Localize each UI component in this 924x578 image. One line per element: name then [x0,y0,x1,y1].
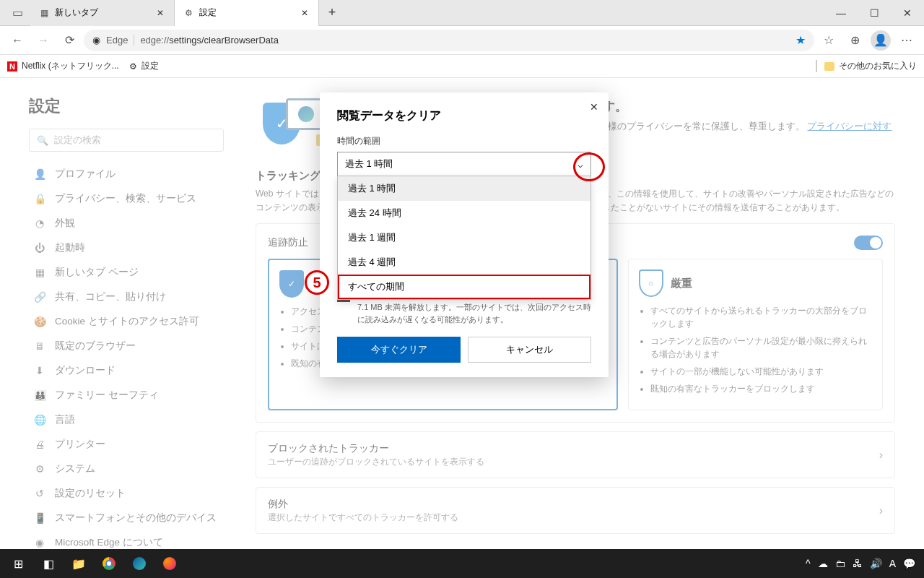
time-range-select[interactable]: 過去 1 時間 ⌵ 過去 1 時間過去 24 時間過去 1 週間過去 4 週間す… [337,152,591,176]
ime-indicator[interactable]: A [889,558,896,569]
volume-icon[interactable]: 🔊 [870,558,882,569]
favorites-button[interactable]: ☆ [817,29,840,52]
exceptions-row[interactable]: 例外 選択したサイトですべてのトラッカーを許可する › [256,487,895,534]
profile-button[interactable]: 👤 [869,29,892,52]
explorer-button[interactable]: 📁 [64,549,94,578]
sidebar-item[interactable]: 👤プロファイル [29,162,224,186]
windows-taskbar: ⊞ ◧ 📁 ^ ☁ 🗀 🖧 🔊 A 💬 [0,549,924,578]
other-favorites-button[interactable]: その他のお気に入り [816,60,917,72]
blocked-trackers-row[interactable]: ブロックされたトラッカー ユーザーの追跡がブロックされているサイトを表示する › [256,431,895,478]
shield-icon: ○ [639,269,663,297]
sidebar-item[interactable]: 🖥既定のブラウザー [29,334,224,358]
collections-button[interactable]: ⊕ [843,29,866,52]
sidebar-item-icon: 🌐 [33,414,46,426]
edge-logo-icon: ◉ [92,35,100,46]
tray-chevron-icon[interactable]: ^ [806,558,811,569]
time-range-option[interactable]: すべての期間 [338,275,590,299]
time-range-option[interactable]: 過去 4 週間 [338,250,590,275]
avatar-icon: 👤 [871,30,891,51]
browser-tab-1[interactable]: ▦ 新しいタブ ✕ [30,0,175,26]
browser-tab-2[interactable]: ⚙ 設定 ✕ [175,0,319,26]
battery-icon[interactable]: 🗀 [835,558,845,569]
time-range-dropdown: 過去 1 時間過去 24 時間過去 1 週間過去 4 週間すべての期間 [337,176,591,300]
dialog-title: 閲覧データをクリア [337,108,591,124]
close-window-button[interactable]: ✕ [891,0,924,25]
bookmark-settings[interactable]: ⚙ 設定 [129,60,159,72]
new-tab-button[interactable]: + [319,5,345,20]
gear-icon: ⚙ [129,61,137,72]
network-icon[interactable]: 🖧 [853,558,863,569]
time-range-label: 時間の範囲 [337,135,591,147]
gear-icon: ⚙ [183,8,193,18]
address-bar: ← → ⟳ ◉ Edge edge://settings/clearBrowse… [0,26,924,55]
sidebar-item[interactable]: ↺設定のリセット [29,481,224,506]
sidebar-item-icon: 📱 [33,512,46,524]
sidebar-item[interactable]: 🔒プライバシー、検索、サービス [29,186,224,211]
sidebar-item-icon: ◔ [33,217,46,229]
back-button[interactable]: ← [6,29,29,52]
sidebar-item-icon: 🖨 [33,439,46,450]
sidebar-item[interactable]: ⏻起動時 [29,236,224,260]
tracking-toggle[interactable] [854,236,883,250]
chevron-right-icon: › [879,504,883,517]
shield-icon: ✓ [279,270,304,298]
page-icon: ▦ [39,8,49,18]
task-view-button[interactable]: ◧ [33,549,64,578]
sidebar-item[interactable]: 🌐言語 [29,407,224,432]
menu-button[interactable]: ⋯ [895,29,918,52]
dialog-close-button[interactable]: ✕ [590,101,598,113]
refresh-button[interactable]: ⟳ [58,29,81,52]
clear-now-button[interactable]: 今すぐクリア [337,337,461,363]
tracking-toggle-label: 追跡防止 [268,236,308,249]
clear-data-dialog: ✕ 閲覧データをクリア 時間の範囲 過去 1 時間 ⌵ 過去 1 時間過去 24… [320,92,609,377]
sidebar-item-icon: 👪 [33,389,46,401]
time-range-option[interactable]: 過去 24 時間 [338,201,590,225]
sidebar-item[interactable]: 🔗共有、コピー、貼り付け [29,285,224,309]
settings-search-input[interactable]: 🔍 設定の検索 [29,129,224,152]
url-origin-label: Edge [106,35,134,46]
sidebar-item[interactable]: 📱スマートフォンとその他のデバイス [29,506,224,530]
sidebar-item-icon: 🖥 [33,340,46,352]
settings-sidebar: 設定 🔍 設定の検索 👤プロファイル🔒プライバシー、検索、サービス◔外観⏻起動時… [0,78,238,549]
edge-button[interactable] [124,549,154,578]
minimize-button[interactable]: — [824,0,858,25]
bookmark-netflix[interactable]: N Netflix (ネットフリック... [7,60,119,72]
favorite-star-icon[interactable]: ★ [796,33,806,47]
sidebar-item-icon: ↺ [33,488,46,499]
cancel-button[interactable]: キャンセル [468,337,591,363]
folder-icon [824,62,834,71]
tab-title: 新しいタブ [55,7,149,19]
sidebar-item[interactable]: 🍪Cookie とサイトのアクセス許可 [29,309,224,334]
sidebar-item[interactable]: ◔外観 [29,211,224,236]
chevron-right-icon: › [879,449,883,462]
time-range-option[interactable]: 過去 1 時間 [338,176,590,201]
cache-desc: 7.1 MB 未満を解放します。一部のサイトでは、次回のアクセス時に読み込みが遅… [357,301,591,325]
close-icon[interactable]: ✕ [155,8,165,18]
system-tray[interactable]: ^ ☁ 🗀 🖧 🔊 A 💬 [806,558,921,569]
page-title: 設定 [29,95,224,117]
sidebar-item-icon: ◉ [33,537,46,548]
chrome-button[interactable] [94,549,124,578]
sidebar-item[interactable]: ⚙システム [29,457,224,481]
cloud-icon[interactable]: ☁ [818,558,828,569]
privacy-hero-illustration: ✓ [256,98,328,149]
tab-manager-icon[interactable]: ▭ [4,8,30,18]
maximize-button[interactable]: ☐ [858,0,891,25]
sidebar-item[interactable]: ▦新しいタブ ページ [29,260,224,285]
notifications-icon[interactable]: 💬 [903,558,915,569]
close-icon[interactable]: ✕ [300,8,310,18]
sidebar-item-icon: 👤 [33,168,46,180]
tracking-card-strict[interactable]: ○ 厳重 すべてのサイトから送られるトラッカーの大部分をブロックしますコンテンツ… [628,259,883,410]
sidebar-item[interactable]: ⬇ダウンロード [29,358,224,383]
annotation-step-number: 5 [305,270,329,295]
tab-title: 設定 [199,7,294,19]
firefox-button[interactable] [154,549,185,578]
time-range-option[interactable]: 過去 1 週間 [338,225,590,250]
sidebar-item-icon: ⚙ [33,463,46,475]
sidebar-item[interactable]: 🖨プリンター [29,432,224,457]
url-field[interactable]: ◉ Edge edge://settings/clearBrowserData … [84,30,814,51]
start-button[interactable]: ⊞ [3,549,33,578]
bookmarks-bar: N Netflix (ネットフリック... ⚙ 設定 その他のお気に入り [0,55,924,78]
sidebar-item-icon: 🔗 [33,291,46,303]
sidebar-item[interactable]: 👪ファミリー セーフティ [29,383,224,407]
